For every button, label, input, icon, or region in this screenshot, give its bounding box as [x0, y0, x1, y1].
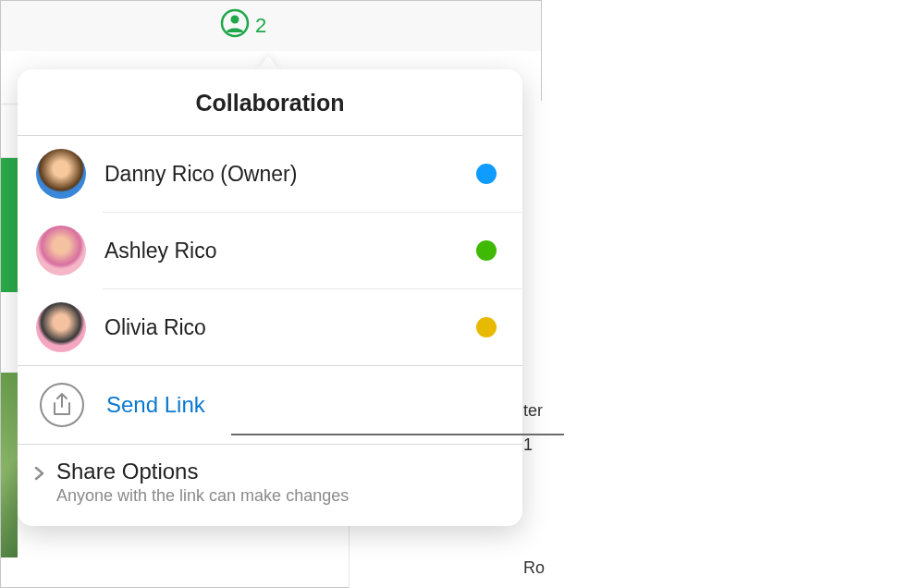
- toolbar: 2: [1, 1, 541, 51]
- collaboration-toolbar-button[interactable]: 2: [220, 8, 266, 43]
- participant-name: Danny Rico (Owner): [104, 162, 458, 187]
- status-dot: [476, 240, 497, 261]
- send-link-label: Send Link: [106, 392, 205, 418]
- callout-line: [231, 434, 564, 435]
- participant-name: Ashley Rico: [104, 239, 458, 263]
- collab-count: 2: [255, 14, 266, 38]
- svg-point-1: [230, 16, 239, 24]
- participant-row[interactable]: Danny Rico (Owner): [18, 136, 522, 212]
- participant-row[interactable]: Olivia Rico: [18, 289, 522, 365]
- avatar: [36, 226, 86, 276]
- participant-row[interactable]: Ashley Rico: [18, 213, 522, 288]
- share-options-description: Anyone with the link can make changes: [56, 486, 349, 506]
- status-dot: [476, 317, 497, 337]
- avatar: [36, 302, 86, 352]
- more-toolbar-button[interactable]: [292, 11, 322, 41]
- popover-arrow: [257, 55, 279, 70]
- participants-list: Danny Rico (Owner) Ashley Rico Olivia Ri…: [18, 136, 522, 365]
- share-options-button[interactable]: Share Options Anyone with the link can m…: [18, 445, 522, 526]
- popover-title: Collaboration: [18, 69, 522, 136]
- chevron-right-icon: [31, 462, 47, 484]
- participant-name: Olivia Rico: [104, 315, 458, 340]
- send-link-button[interactable]: Send Link: [18, 366, 522, 444]
- share-options-title: Share Options: [56, 459, 349, 484]
- avatar: [36, 149, 86, 199]
- person-circle-icon: [220, 8, 250, 43]
- app-window: 2 ter 1 Ro Table Options Co: [0, 0, 542, 588]
- status-dot: [476, 164, 497, 184]
- share-icon: [40, 383, 84, 427]
- collaboration-popover: Collaboration Danny Rico (Owner) Ashley …: [18, 69, 522, 526]
